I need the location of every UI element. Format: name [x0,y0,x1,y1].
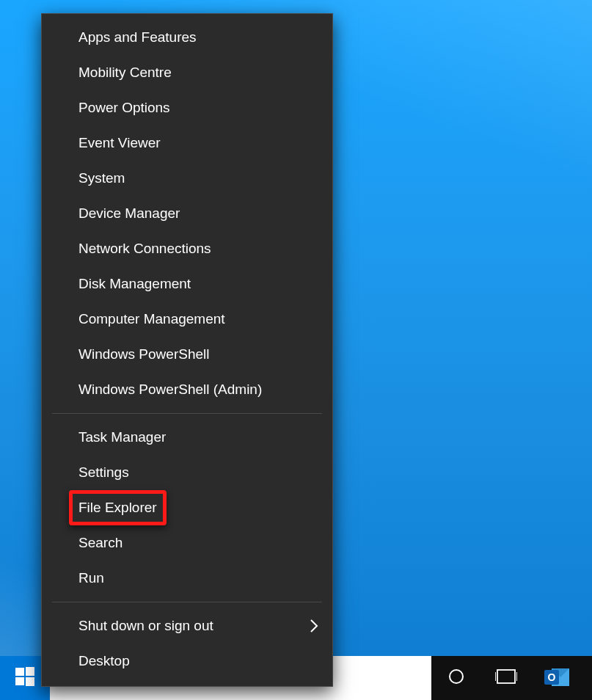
menu-item-label: File Explorer [78,498,157,517]
menu-divider [52,413,322,414]
menu-item-shutdown[interactable]: Shut down or sign out [42,608,332,644]
menu-item-network-connections[interactable]: Network Connections [42,231,332,266]
menu-item-desktop[interactable]: Desktop [42,644,332,679]
outlook-taskbar-button[interactable]: O [531,656,582,700]
menu-item-event-viewer[interactable]: Event Viewer [42,125,332,161]
menu-item-settings[interactable]: Settings [42,455,332,490]
menu-item-label: Run [78,569,104,588]
menu-item-powershell-admin[interactable]: Windows PowerShell (Admin) [42,372,332,407]
menu-item-system[interactable]: System [42,161,332,196]
svg-rect-3 [26,677,34,686]
menu-item-label: Desktop [78,652,130,671]
menu-item-label: Windows PowerShell (Admin) [78,380,262,399]
menu-item-label: Task Manager [78,428,166,447]
menu-item-label: Disk Management [78,274,191,294]
menu-item-label: Settings [78,463,129,482]
windows-logo-icon [15,667,34,689]
menu-item-search[interactable]: Search [42,525,332,561]
outlook-icon: O [544,667,569,689]
menu-item-label: Device Manager [78,204,180,223]
menu-item-device-manager[interactable]: Device Manager [42,196,332,231]
menu-item-label: System [78,169,125,188]
cortana-button[interactable] [431,656,481,700]
task-view-icon [495,668,517,688]
menu-item-label: Mobility Centre [78,63,172,82]
menu-item-file-explorer[interactable]: File Explorer [42,490,332,525]
menu-item-label: Shut down or sign out [78,616,213,635]
chevron-right-icon [309,618,319,634]
menu-item-label: Event Viewer [78,134,161,153]
winx-context-menu: Apps and FeaturesMobility CentrePower Op… [41,13,333,687]
menu-group: Apps and FeaturesMobility CentrePower Op… [42,18,332,409]
menu-item-powershell[interactable]: Windows PowerShell [42,337,332,372]
cortana-icon [447,668,465,688]
svg-rect-7 [497,670,515,683]
menu-item-label: Computer Management [78,310,225,329]
menu-group: Shut down or sign outDesktop [42,607,332,680]
menu-item-label: Windows PowerShell [78,345,209,364]
menu-group: Task ManagerSettingsFile ExplorerSearchR… [42,418,332,597]
svg-rect-1 [26,667,34,676]
svg-point-6 [450,670,463,683]
task-view-button[interactable] [481,656,531,700]
menu-item-mobility-centre[interactable]: Mobility Centre [42,55,332,90]
menu-item-label: Apps and Features [78,28,197,47]
menu-item-run[interactable]: Run [42,561,332,596]
svg-rect-2 [15,677,24,685]
menu-item-computer-management[interactable]: Computer Management [42,302,332,337]
menu-item-apps-features[interactable]: Apps and Features [42,20,332,55]
menu-item-task-manager[interactable]: Task Manager [42,420,332,455]
menu-item-label: Network Connections [78,239,211,258]
menu-item-power-options[interactable]: Power Options [42,90,332,125]
menu-item-disk-management[interactable]: Disk Management [42,266,332,302]
menu-item-label: Power Options [78,98,170,117]
menu-item-label: Search [78,533,123,553]
svg-rect-0 [15,668,24,676]
menu-divider [52,602,322,602]
